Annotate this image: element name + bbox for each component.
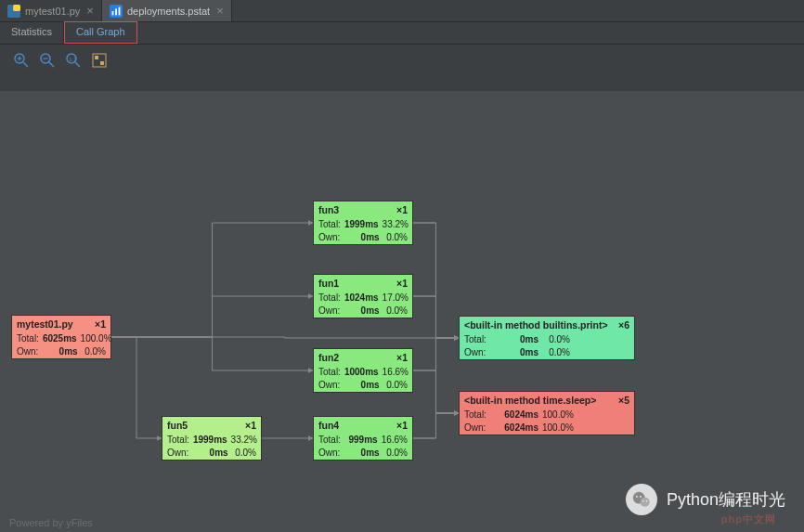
label-own: Own: bbox=[318, 380, 342, 390]
node-calls: ×1 bbox=[95, 318, 106, 330]
node-calls: ×1 bbox=[245, 420, 256, 431]
svg-point-22 bbox=[640, 496, 642, 498]
edge-root-fun2 bbox=[111, 337, 313, 370]
node-title: fun3 bbox=[318, 204, 339, 215]
edge-fun4-print bbox=[413, 338, 459, 438]
node-total-ms: 6024ms bbox=[496, 409, 538, 420]
php-watermark: php中文网 bbox=[721, 513, 776, 526]
graph-toolbar: 1:1 bbox=[0, 45, 804, 76]
node-title: mytest01.py bbox=[17, 318, 73, 330]
node-total-pct: 0.0% bbox=[542, 334, 570, 344]
node-own-pct: 0.0% bbox=[82, 346, 106, 357]
wechat-icon bbox=[626, 484, 657, 515]
close-icon[interactable]: × bbox=[84, 4, 94, 18]
file-tab-bar: mytest01.py × deployments.pstat × bbox=[0, 0, 804, 22]
label-total: Total: bbox=[318, 435, 341, 445]
node-own-pct: 100.0% bbox=[542, 422, 570, 433]
svg-point-24 bbox=[646, 500, 647, 501]
node-calls: ×5 bbox=[618, 395, 629, 406]
label-own: Own: bbox=[318, 448, 342, 458]
label-own: Own: bbox=[167, 448, 190, 458]
svg-rect-4 bbox=[115, 8, 117, 15]
node-total-pct: 100.0% bbox=[542, 409, 570, 420]
watermark: Python编程时光 bbox=[626, 484, 785, 515]
footer-credit: Powered by yFiles bbox=[9, 517, 93, 528]
node-own-ms: 6024ms bbox=[496, 422, 538, 433]
node-title: fun5 bbox=[167, 420, 188, 431]
edge-fun2-sleep bbox=[413, 370, 459, 413]
label-total: Total: bbox=[167, 435, 189, 445]
node-calls: ×1 bbox=[396, 278, 408, 289]
edge-fun1-sleep bbox=[413, 296, 459, 413]
node-own-ms: 0ms bbox=[194, 448, 228, 458]
node-title: fun1 bbox=[318, 278, 339, 289]
edge-fun1-print bbox=[413, 296, 459, 338]
zoom-in-icon[interactable] bbox=[13, 52, 30, 69]
node-total-ms: 6025ms bbox=[43, 333, 77, 344]
label-own: Own: bbox=[318, 305, 342, 316]
node-own-pct: 0.0% bbox=[383, 232, 408, 242]
graph-node-fun2[interactable]: fun2×1Total:1000ms16.6%Own:0ms0.0% bbox=[313, 348, 413, 393]
node-total-ms: 0ms bbox=[496, 334, 538, 344]
edge-fun2-print bbox=[413, 338, 459, 370]
node-own-ms: 0ms bbox=[44, 346, 78, 357]
node-calls: ×1 bbox=[396, 352, 408, 363]
zoom-reset-icon[interactable]: 1:1 bbox=[65, 52, 82, 69]
graph-node-fun3[interactable]: fun3×1Total:1999ms33.2%Own:0ms0.0% bbox=[313, 201, 413, 245]
edge-root-fun3 bbox=[111, 223, 313, 337]
node-own-pct: 0.0% bbox=[232, 448, 256, 458]
edge-fun3-sleep bbox=[413, 223, 459, 413]
label-total: Total: bbox=[318, 367, 341, 377]
node-title: <built-in method time.sleep> bbox=[464, 395, 596, 406]
svg-text:1:1: 1:1 bbox=[69, 57, 77, 62]
layout-icon[interactable] bbox=[91, 52, 108, 69]
svg-line-14 bbox=[75, 62, 80, 67]
node-own-pct: 0.0% bbox=[383, 305, 408, 316]
graph-node-fun4[interactable]: fun4×1Total:999ms16.6%Own:0ms0.0% bbox=[313, 416, 413, 461]
label-total: Total: bbox=[17, 333, 39, 344]
zoom-out-icon[interactable] bbox=[39, 52, 56, 69]
label-total: Total: bbox=[464, 409, 492, 420]
node-calls: ×6 bbox=[618, 319, 629, 331]
label-own: Own: bbox=[318, 232, 342, 242]
node-total-pct: 16.6% bbox=[383, 367, 408, 377]
label-total: Total: bbox=[464, 334, 492, 344]
graph-node-fun1[interactable]: fun1×1Total:1024ms17.0%Own:0ms0.0% bbox=[313, 274, 413, 318]
edge-root-fun1 bbox=[111, 296, 313, 337]
node-own-ms: 0ms bbox=[345, 380, 380, 390]
node-own-pct: 0.0% bbox=[383, 380, 408, 390]
svg-rect-3 bbox=[112, 11, 114, 15]
label-total: Total: bbox=[318, 292, 341, 303]
file-tab-label: mytest01.py bbox=[25, 6, 80, 17]
label-own: Own: bbox=[464, 347, 492, 357]
graph-node-root[interactable]: mytest01.py×1Total:6025ms100.0%Own:0ms0.… bbox=[11, 315, 111, 359]
node-own-ms: 0ms bbox=[345, 305, 380, 316]
svg-rect-18 bbox=[100, 61, 104, 65]
graph-node-sleep[interactable]: <built-in method time.sleep>×5Total:6024… bbox=[459, 391, 635, 435]
svg-line-11 bbox=[49, 62, 54, 67]
node-total-pct: 100.0% bbox=[81, 333, 109, 344]
svg-point-20 bbox=[641, 498, 650, 507]
file-tab-mytest01[interactable]: mytest01.py × bbox=[0, 0, 102, 21]
node-own-pct: 0.0% bbox=[383, 448, 408, 458]
svg-rect-1 bbox=[13, 5, 20, 11]
node-own-pct: 0.0% bbox=[542, 347, 570, 357]
node-title: <built-in method builtins.print> bbox=[464, 319, 608, 331]
tab-statistics[interactable]: Statistics bbox=[0, 22, 64, 44]
edge-fun4-sleep bbox=[413, 413, 459, 438]
file-tab-deployments[interactable]: deployments.pstat × bbox=[102, 0, 232, 21]
svg-point-23 bbox=[642, 500, 643, 501]
tab-call-graph[interactable]: Call Graph bbox=[64, 21, 137, 44]
sub-tab-bar: Statistics Call Graph bbox=[0, 22, 804, 45]
file-tab-label: deployments.pstat bbox=[127, 6, 210, 17]
close-icon[interactable]: × bbox=[214, 4, 224, 18]
call-graph-canvas[interactable]: mytest01.py×1Total:6025ms100.0%Own:0ms0.… bbox=[0, 91, 804, 532]
svg-line-7 bbox=[23, 62, 28, 67]
node-total-pct: 17.0% bbox=[383, 292, 408, 303]
graph-node-fun5[interactable]: fun5×1Total:1999ms33.2%Own:0ms0.0% bbox=[162, 416, 262, 461]
node-total-ms: 1999ms bbox=[193, 435, 227, 445]
watermark-text: Python编程时光 bbox=[667, 488, 785, 511]
node-total-ms: 1999ms bbox=[344, 219, 379, 229]
svg-rect-5 bbox=[119, 6, 121, 15]
graph-node-print[interactable]: <built-in method builtins.print>×6Total:… bbox=[459, 316, 635, 360]
